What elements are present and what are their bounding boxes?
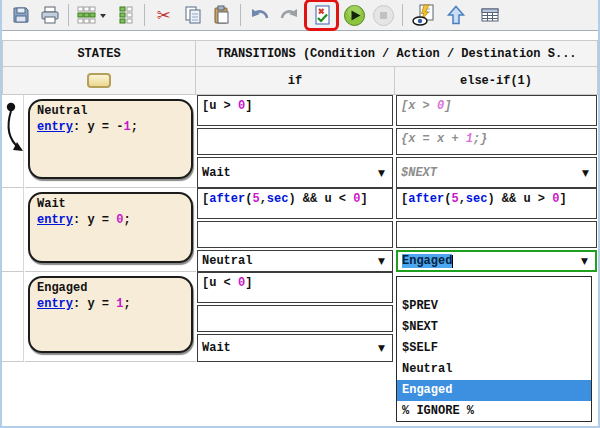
dropdown-item-ignore[interactable]: % IGNORE % [397,401,591,422]
action-cell[interactable] [197,305,393,332]
state-box-wait[interactable]: Wait entry: y = 0; [28,192,193,263]
dropdown-arrow-icon[interactable]: ▼ [378,256,388,266]
condition-cell-placeholder[interactable]: [x > 0] [396,95,597,126]
undo-button[interactable] [246,2,273,28]
scissors-icon: ✂ [156,7,170,24]
if-transition-cell: [after(5,sec) && u < 0] Neutral ▼ [197,188,393,272]
highlight-in-diagram-button[interactable] [408,2,440,28]
update-table-button[interactable] [308,2,335,28]
run-button[interactable] [341,2,368,28]
table-row: Neutral entry: y = -1; [u > 0] Wait ▼ [x… [0,95,600,188]
state-entry-code: entry: y = 0; [37,213,184,227]
if-transition-cell: [u > 0] Wait ▼ [197,95,393,188]
destination-cell[interactable]: Wait ▼ [197,157,393,188]
red-highlight-annotation [304,0,339,31]
destination-value: Wait [202,166,231,180]
destination-cell-editing[interactable]: Engaged ▼ [396,250,597,272]
state-entry-code: entry: y = -1; [37,120,184,134]
destination-value: Neutral [202,254,252,268]
row-gutter [2,188,24,272]
action-cell[interactable] [197,128,393,155]
clipboard-icon [212,5,232,25]
append-row-icon [76,5,108,25]
text-cursor [452,255,453,268]
elseif-transition-cell: [x > 0] {x = x + 1;} $NEXT ▼ [396,95,597,188]
selected-destination-text: Engaged [402,254,452,268]
cut-button[interactable]: ✂ [150,2,177,28]
update-check-icon [312,5,332,25]
append-row-button[interactable] [74,2,110,28]
action-cell-placeholder[interactable]: {x = x + 1;} [396,128,597,155]
dropdown-arrow-icon[interactable]: ▼ [378,343,388,353]
dropdown-arrow-icon[interactable]: ▼ [582,168,592,178]
append-column-icon [116,5,136,25]
state-name: Engaged [37,281,184,295]
elseif-transition-cell: [after(5,sec) && u > 0] Engaged ▼ [396,188,597,272]
table-row: Wait entry: y = 0; [after(5,sec) && u < … [0,188,600,272]
save-button[interactable] [7,2,34,28]
redo-button[interactable] [275,2,302,28]
row-gutter [2,272,24,362]
if-column-header[interactable]: if [195,66,395,95]
state-box-engaged[interactable]: Engaged entry: y = 1; [28,276,193,353]
undo-icon [250,5,270,25]
condition-cell[interactable]: [u > 0] [197,95,393,126]
append-column-button[interactable] [112,2,139,28]
printer-icon [40,5,60,25]
toolbar-separator [402,4,403,26]
elseif-column-header[interactable]: else-if(1) [394,66,598,95]
destination-cell-placeholder[interactable]: $NEXT ▼ [396,157,597,188]
dropdown-item-engaged-selected[interactable]: Engaged [397,380,591,401]
default-transition-gutter [2,95,24,188]
stop-icon [372,4,395,27]
dropdown-item-next[interactable]: $NEXT [397,317,591,338]
go-to-parent-button[interactable] [442,2,469,28]
state-cell: Wait entry: y = 0; [25,188,196,272]
transitions-column-header: TRANSITIONS (Condition / Action / Destin… [195,40,598,67]
state-box-neutral[interactable]: Neutral entry: y = -1; [28,99,193,179]
copy-button[interactable] [179,2,206,28]
floppy-disk-icon [11,5,31,25]
dropdown-item-neutral[interactable]: Neutral [397,359,591,380]
play-icon [343,4,366,27]
state-shape-icon [87,73,111,88]
stop-button[interactable] [370,2,397,28]
table-grid-icon [480,5,500,25]
destination-value: Wait [202,341,231,355]
table-properties-button[interactable] [476,2,503,28]
print-button[interactable] [36,2,63,28]
copy-icon [183,5,203,25]
if-transition-cell: [u < 0] Wait ▼ [197,272,393,362]
paste-button[interactable] [208,2,235,28]
destination-cell[interactable]: Neutral ▼ [197,250,393,272]
up-arrow-icon [446,5,466,25]
destination-dropdown-list: $PREV $NEXT $SELF Neutral Engaged % IGNO… [396,276,592,422]
state-cell: Neutral entry: y = -1; [25,95,196,188]
state-name: Neutral [37,104,184,118]
states-column-header: STATES [2,40,196,67]
dropdown-item-prev[interactable]: $PREV [397,296,591,317]
dropdown-arrow-icon[interactable]: ▼ [378,168,388,178]
dropdown-item-self[interactable]: $SELF [397,338,591,359]
condition-cell[interactable]: [u < 0] [197,272,393,303]
condition-cell[interactable]: [after(5,sec) && u > 0] [396,188,597,219]
toolbar-separator [68,4,69,26]
state-entry-code: entry: y = 1; [37,297,184,311]
lightning-eye-icon [411,4,437,26]
toolbar: ✂ [0,0,600,31]
redo-icon [279,5,299,25]
action-cell[interactable] [396,221,597,248]
dropdown-arrow-icon[interactable]: ▼ [581,256,591,266]
destination-value: $NEXT [401,166,437,180]
action-cell[interactable] [197,221,393,248]
state-transition-table-window: ✂ [0,0,600,428]
toolbar-separator [144,4,145,26]
condition-cell[interactable]: [after(5,sec) && u < 0] [197,188,393,219]
default-transition-arrow-icon [2,95,24,165]
toolbar-separator [240,4,241,26]
destination-cell[interactable]: Wait ▼ [197,334,393,362]
state-icon-header-cell [2,66,196,95]
state-name: Wait [37,197,184,211]
state-cell: Engaged entry: y = 1; [25,272,196,362]
dropdown-item-blank[interactable] [397,277,591,296]
